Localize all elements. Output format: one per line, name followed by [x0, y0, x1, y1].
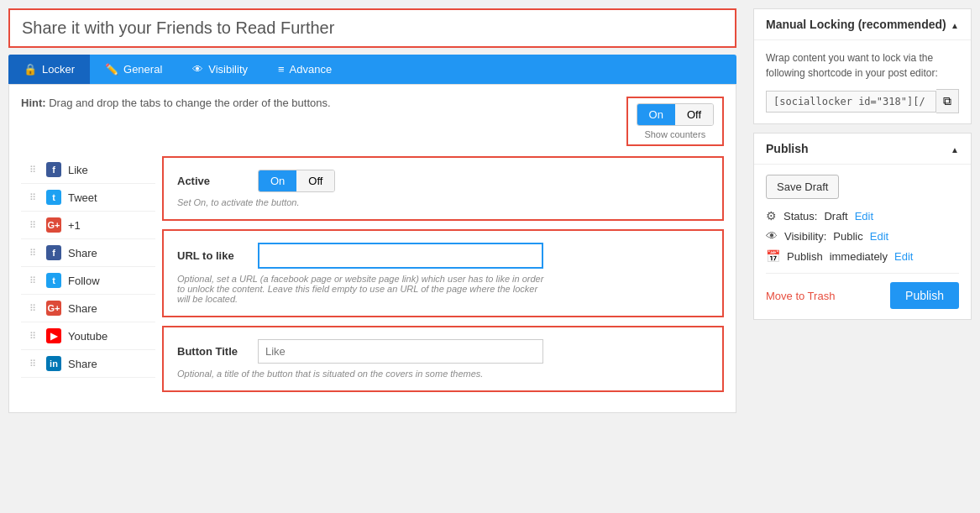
linkedin-icon: in	[46, 356, 61, 371]
show-counters-label: Show counters	[637, 129, 714, 139]
columns-layout: ⠿ f Like ⠿ t Tweet ⠿ G+ +1	[21, 156, 724, 400]
list-item[interactable]: ⠿ in Share	[21, 350, 155, 378]
list-item[interactable]: ⠿ G+ +1	[21, 212, 155, 239]
hint-row: Hint: Drag and drop the tabs to change t…	[21, 97, 724, 146]
show-counters-off[interactable]: Off	[675, 104, 713, 125]
shortcode-input[interactable]	[766, 91, 936, 113]
drag-handle-icon: ⠿	[29, 275, 36, 286]
tab-general[interactable]: ✏️ General	[90, 55, 177, 84]
active-field-row: Active On Off	[177, 170, 709, 192]
drag-handle-icon: ⠿	[29, 220, 36, 231]
manual-locking-header: Manual Locking (recommended)	[754, 9, 971, 40]
status-value: Draft	[824, 210, 847, 222]
button-title-field-row: Button Title	[177, 339, 709, 364]
url-section: URL to like Optional, set a URL (a faceb…	[162, 229, 724, 317]
show-counters-box: On Off Show counters	[626, 97, 724, 146]
active-off-btn[interactable]: Off	[296, 170, 334, 191]
drag-handle-icon: ⠿	[29, 303, 36, 314]
publish-button[interactable]: Publish	[890, 282, 959, 309]
drag-handle-icon: ⠿	[29, 192, 36, 203]
show-counters-on[interactable]: On	[637, 104, 675, 125]
facebook-icon: f	[46, 162, 61, 177]
save-draft-button[interactable]: Save Draft	[766, 175, 839, 199]
status-edit-link[interactable]: Edit	[855, 210, 873, 222]
sliders-icon: ≡	[278, 63, 285, 76]
publish-actions: Move to Trash Publish	[766, 273, 959, 309]
eye-icon: 👁	[192, 63, 203, 76]
collapse-icon[interactable]	[951, 18, 959, 31]
list-item[interactable]: ⠿ G+ Share	[21, 295, 155, 322]
list-item[interactable]: ⠿ f Like	[21, 156, 155, 184]
youtube-icon: ▶	[46, 328, 61, 343]
twitter-icon: t	[46, 190, 61, 205]
page-title: Share it with your Friends to Read Furth…	[8, 8, 736, 48]
visibility-row: 👁 Visibility: Public Edit	[766, 229, 959, 243]
button-title-section: Button Title Optional, a title of the bu…	[162, 326, 724, 392]
show-counters-toggle[interactable]: On Off	[637, 103, 714, 126]
button-title-label: Button Title	[177, 345, 244, 358]
active-toggle[interactable]: On Off	[258, 170, 335, 192]
status-label: Status:	[783, 210, 817, 222]
shortcode-row: ⧉	[766, 89, 959, 113]
publish-time-row: 📅 Publish immediately Edit	[766, 249, 959, 263]
googleplus-share-icon: G+	[46, 301, 61, 316]
publish-box: Publish Save Draft ⚙ Status: Draft Edit …	[753, 133, 972, 320]
publish-title: Publish	[766, 142, 809, 155]
publish-collapse-icon[interactable]	[951, 142, 959, 155]
visibility-edit-link[interactable]: Edit	[870, 230, 888, 243]
calendar-icon: 📅	[766, 249, 780, 263]
publish-label: Publish	[787, 250, 823, 263]
tab-locker[interactable]: 🔒 Locker	[8, 55, 90, 84]
googleplus-icon: G+	[46, 217, 61, 233]
status-icon: ⚙	[766, 209, 777, 222]
twitter-follow-icon: t	[46, 273, 61, 288]
drag-handle-icon: ⠿	[29, 331, 36, 342]
list-item[interactable]: ⠿ t Tweet	[21, 184, 155, 212]
tab-visibility[interactable]: 👁 Visibility	[177, 55, 263, 84]
move-to-trash-link[interactable]: Move to Trash	[766, 290, 835, 302]
button-title-description: Optional, a title of the button that is …	[177, 369, 709, 379]
visibility-icon: 👁	[766, 229, 778, 243]
publish-content: Save Draft ⚙ Status: Draft Edit 👁 Visibi…	[754, 165, 971, 319]
right-detail-panel: Active On Off Set On, to activate the bu…	[162, 156, 724, 400]
locker-icon: 🔒	[24, 63, 37, 76]
button-title-input[interactable]	[258, 339, 543, 364]
active-on-btn[interactable]: On	[259, 170, 296, 191]
url-description: Optional, set a URL (a facebook page or …	[177, 274, 547, 304]
url-field-row: URL to like	[177, 243, 709, 269]
manual-locking-title: Manual Locking (recommended)	[766, 18, 946, 31]
url-input[interactable]	[258, 243, 543, 269]
list-item[interactable]: ⠿ ▶ Youtube	[21, 322, 155, 350]
active-description: Set On, to activate the button.	[177, 197, 709, 207]
visibility-value: Public	[833, 230, 862, 243]
tab-bar: 🔒 Locker ✏️ General 👁 Visibility ≡ Advan…	[8, 55, 736, 84]
facebook-share-icon: f	[46, 245, 61, 260]
visibility-label: Visibility:	[784, 230, 826, 243]
social-buttons-list: ⠿ f Like ⠿ t Tweet ⠿ G+ +1	[21, 156, 155, 400]
hint-text: Hint: Drag and drop the tabs to change t…	[21, 97, 331, 109]
shortcode-copy-button[interactable]: ⧉	[936, 89, 959, 113]
drag-handle-icon: ⠿	[29, 359, 36, 369]
publish-header: Publish	[754, 133, 971, 165]
manual-locking-desc: Wrap content you want to lock via the fo…	[766, 50, 959, 81]
list-item[interactable]: ⠿ t Follow	[21, 267, 155, 295]
tab-advance[interactable]: ≡ Advance	[263, 55, 347, 84]
status-row: ⚙ Status: Draft Edit	[766, 209, 959, 222]
drag-handle-icon: ⠿	[29, 165, 36, 175]
pencil-icon: ✏️	[105, 63, 118, 76]
manual-locking-box: Manual Locking (recommended) Wrap conten…	[753, 8, 972, 124]
active-label: Active	[177, 175, 244, 187]
sidebar: Manual Locking (recommended) Wrap conten…	[745, 0, 980, 513]
url-label: URL to like	[177, 249, 244, 262]
list-item[interactable]: ⠿ f Share	[21, 239, 155, 267]
publish-value: immediately	[830, 250, 888, 263]
drag-handle-icon: ⠿	[29, 248, 36, 259]
content-panel: Hint: Drag and drop the tabs to change t…	[8, 84, 736, 413]
active-section: Active On Off Set On, to activate the bu…	[162, 156, 724, 221]
publish-edit-link[interactable]: Edit	[894, 250, 913, 263]
manual-locking-content: Wrap content you want to lock via the fo…	[754, 40, 971, 123]
